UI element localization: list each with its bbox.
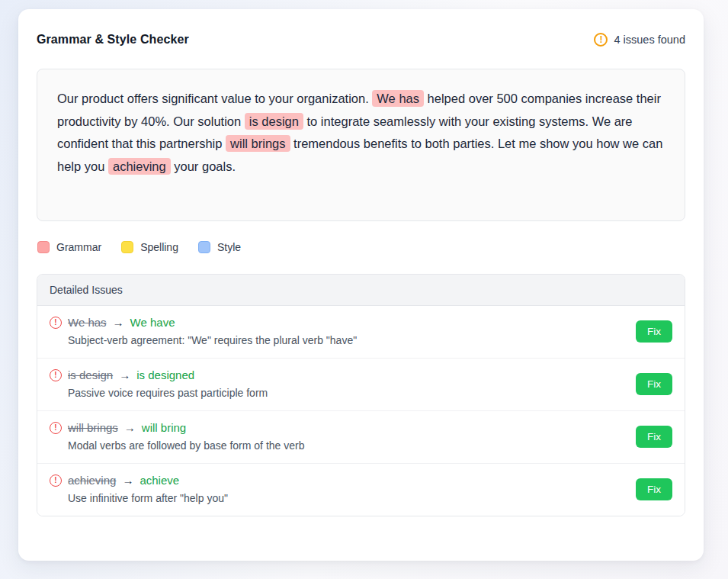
legend-item-grammar: Grammar (37, 241, 101, 253)
arrow-right-icon: → (113, 316, 124, 329)
error-icon: ! (50, 317, 62, 329)
issue-details: !will brings→will bringModal verbs are f… (50, 421, 624, 452)
issue-details: !achieving→achieveUse infinitive form af… (50, 474, 624, 504)
issue-correction-line: !is design→is designed (50, 368, 624, 381)
issue-description: Passive voice requires past participle f… (68, 387, 624, 399)
issue-correction-line: !achieving→achieve (50, 474, 624, 487)
card-header: Grammar & Style Checker ! 4 issues found (37, 27, 685, 52)
issues-found-label: 4 issues found (614, 34, 685, 46)
issues-panel-header: Detailed Issues (37, 275, 685, 306)
error-icon: ! (50, 474, 62, 487)
highlighted-error-phrase[interactable]: will brings (226, 135, 290, 152)
grammar-checker-card: Grammar & Style Checker ! 4 issues found… (18, 9, 704, 561)
issue-original-text: will brings (68, 421, 118, 434)
issue-row: !We has→We haveSubject-verb agreement: "… (37, 306, 685, 359)
issue-description: Use infinitive form after "help you" (68, 492, 624, 504)
issue-suggestion-text: achieve (140, 474, 179, 487)
issues-found-badge: ! 4 issues found (594, 33, 685, 47)
text-segment: Our product offers significant value to … (57, 92, 372, 105)
issue-row: !achieving→achieveUse infinitive form af… (37, 464, 685, 516)
issue-original-text: is design (68, 368, 113, 381)
legend-item-style: Style (198, 241, 241, 253)
issue-suggestion-text: is designed (136, 368, 194, 381)
highlighted-error-phrase[interactable]: achieving (108, 158, 171, 175)
issue-details: !We has→We haveSubject-verb agreement: "… (50, 316, 624, 346)
editor-text: Our product offers significant value to … (57, 88, 665, 178)
legend-label: Spelling (140, 241, 178, 253)
issue-correction-line: !We has→We have (50, 316, 624, 329)
issue-suggestion-text: will bring (142, 421, 186, 434)
fix-button[interactable]: Fix (636, 426, 672, 448)
arrow-right-icon: → (124, 421, 136, 434)
error-icon: ! (50, 422, 62, 434)
issue-suggestion-text: We have (130, 316, 175, 329)
issue-correction-line: !will brings→will bring (50, 421, 624, 434)
warning-icon: ! (594, 33, 608, 47)
legend-label: Grammar (56, 241, 101, 253)
issue-original-text: We has (68, 316, 107, 329)
page-title: Grammar & Style Checker (37, 33, 189, 47)
issue-row: !is design→is designedPassive voice requ… (37, 359, 685, 411)
detailed-issues-panel: Detailed Issues !We has→We haveSubject-v… (37, 274, 685, 516)
issue-row: !will brings→will bringModal verbs are f… (37, 411, 685, 464)
style-color-swatch (198, 241, 210, 253)
issue-original-text: achieving (68, 474, 116, 487)
grammar-color-swatch (37, 241, 50, 253)
highlighted-error-phrase[interactable]: is design (245, 113, 303, 130)
highlighted-error-phrase[interactable]: We has (372, 90, 424, 107)
issues-list: !We has→We haveSubject-verb agreement: "… (37, 306, 685, 516)
legend-item-spelling: Spelling (121, 241, 178, 253)
arrow-right-icon: → (119, 368, 130, 381)
arrow-right-icon: → (122, 474, 133, 487)
fix-button[interactable]: Fix (636, 478, 672, 500)
text-editor-box[interactable]: Our product offers significant value to … (37, 69, 685, 221)
issue-description: Subject-verb agreement: "We" requires th… (68, 334, 624, 346)
fix-button[interactable]: Fix (636, 373, 672, 395)
issue-details: !is design→is designedPassive voice requ… (50, 368, 624, 399)
legend: GrammarSpellingStyle (37, 241, 685, 253)
issue-description: Modal verbs are followed by base form of… (68, 439, 624, 452)
legend-label: Style (217, 241, 241, 253)
spelling-color-swatch (121, 241, 133, 253)
text-segment: your goals. (171, 159, 236, 173)
error-icon: ! (50, 369, 62, 381)
fix-button[interactable]: Fix (636, 320, 672, 343)
